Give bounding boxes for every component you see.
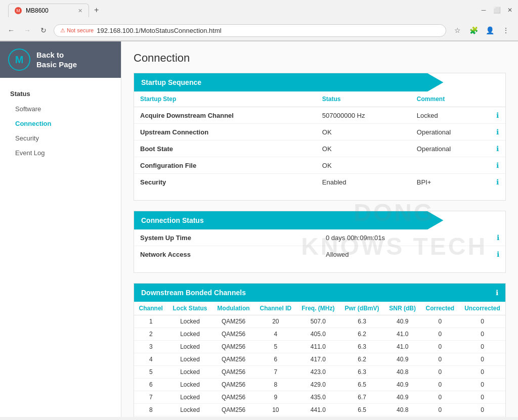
table-row: Boot State OK Operational ℹ [134, 141, 505, 157]
ch-pwr: 6.6 [339, 416, 384, 417]
info-icon[interactable]: ℹ [496, 161, 499, 169]
startup-comment-cell: BPI+ [411, 174, 490, 191]
table-row: 2 Locked QAM256 4 405.0 6.2 41.0 0 0 [134, 328, 505, 341]
sidebar-header[interactable]: M Back to Basic Page [0, 41, 121, 78]
ch-lock: Locked [167, 315, 212, 328]
restore-button[interactable]: ⬜ [493, 6, 501, 14]
ch-mod: QAM256 [212, 416, 255, 417]
startup-step-cell: Security [134, 174, 316, 191]
connection-status-table-body: System Up Time 0 days 00h:09m:01s ℹ Netw… [134, 229, 505, 262]
downstream-table: Channel Lock Status Modulation Channel I… [134, 302, 505, 417]
col-pwr: Pwr (dBmV) [339, 302, 384, 315]
table-row: 4 Locked QAM256 6 417.0 6.2 40.9 0 0 [134, 353, 505, 366]
menu-icon[interactable]: ⋮ [499, 23, 513, 37]
info-icon[interactable]: ℹ [496, 145, 499, 153]
ch-freq: 429.0 [296, 379, 339, 391]
ch-freq: 447.0 [296, 416, 339, 417]
ch-freq: 411.0 [296, 341, 339, 353]
back-button[interactable]: ← [5, 24, 17, 36]
downstream-info-icon[interactable]: ℹ [496, 289, 498, 297]
ch-mod: QAM256 [212, 379, 255, 391]
conn-value-cell: 0 days 00h:09m:01s [320, 229, 490, 246]
ch-pwr: 6.2 [339, 353, 384, 366]
new-tab-button[interactable]: + [89, 3, 104, 17]
title-bar: M MB8600 ✕ + ─ ⬜ ✕ [0, 0, 518, 20]
main-content: DONGKNOWS TECH Connection Startup Sequen… [121, 41, 518, 417]
ch-mod: QAM256 [212, 404, 255, 416]
ch-corr: 0 [421, 315, 459, 328]
page-title: Connection [134, 52, 506, 65]
ch-num: 6 [134, 379, 167, 391]
sidebar-item-software[interactable]: Software [0, 102, 121, 116]
ch-uncorr: 0 [459, 315, 505, 328]
table-row: 3 Locked QAM256 5 411.0 6.3 41.0 0 0 [134, 341, 505, 353]
ch-num: 5 [134, 366, 167, 379]
sidebar-item-eventlog[interactable]: Event Log [0, 146, 121, 160]
col-snr: SNR (dB) [384, 302, 421, 315]
back-label-line1: Back to [36, 51, 64, 59]
sidebar-item-security[interactable]: Security [0, 131, 121, 146]
ch-uncorr: 0 [459, 353, 505, 366]
ch-uncorr: 0 [459, 366, 505, 379]
refresh-button[interactable]: ↻ [37, 24, 50, 36]
ch-corr: 0 [421, 328, 459, 341]
table-row: 9 Locked QAM256 11 447.0 6.6 40.9 0 0 [134, 416, 505, 417]
downstream-header-row: Downstream Bonded Channels ℹ [134, 284, 505, 302]
info-icon[interactable]: ℹ [497, 250, 499, 258]
ch-corr: 0 [421, 366, 459, 379]
profile-icon[interactable]: 👤 [483, 23, 497, 37]
downstream-table-body: 1 Locked QAM256 20 507.0 6.3 40.9 0 0 2 … [134, 315, 505, 417]
connection-status-header: Connection Status [134, 211, 450, 229]
ch-pwr: 6.5 [339, 404, 384, 416]
ch-id: 4 [255, 328, 297, 341]
bookmark-icon[interactable]: ☆ [450, 23, 464, 37]
ch-id: 5 [255, 341, 297, 353]
nav-section-title: Status [0, 88, 121, 102]
active-tab[interactable]: M MB8600 ✕ [8, 4, 89, 17]
ch-num: 1 [134, 315, 167, 328]
ch-lock: Locked [167, 379, 212, 391]
ch-uncorr: 0 [459, 404, 505, 416]
not-secure-label: Not secure [67, 27, 94, 33]
table-row: Upstream Connection OK Operational ℹ [134, 124, 505, 141]
startup-info-cell: ℹ [490, 157, 505, 174]
ch-id: 7 [255, 366, 297, 379]
url-bar[interactable]: ⚠ Not secure 192.168.100.1/MotoStatusCon… [54, 24, 446, 37]
ch-num: 2 [134, 328, 167, 341]
startup-info-cell: ℹ [490, 107, 505, 124]
info-icon[interactable]: ℹ [496, 111, 499, 119]
col-lock-status: Lock Status [167, 302, 212, 315]
ch-corr: 0 [421, 391, 459, 404]
ch-pwr: 6.7 [339, 391, 384, 404]
startup-info-cell: ℹ [490, 141, 505, 157]
sidebar-item-connection[interactable]: Connection [0, 116, 121, 131]
ch-num: 7 [134, 391, 167, 404]
startup-status-cell: Enabled [316, 174, 411, 191]
startup-step-cell: Configuration File [134, 157, 316, 174]
forward-button[interactable]: → [21, 24, 33, 36]
ch-pwr: 6.5 [339, 379, 384, 391]
ch-lock: Locked [167, 328, 212, 341]
info-icon[interactable]: ℹ [496, 178, 499, 186]
info-icon[interactable]: ℹ [497, 234, 499, 242]
ch-freq: 441.0 [296, 404, 339, 416]
tab-close-button[interactable]: ✕ [78, 8, 82, 14]
col-modulation: Modulation [212, 302, 255, 315]
ch-pwr: 6.3 [339, 366, 384, 379]
startup-comment-cell [411, 157, 490, 174]
info-icon[interactable]: ℹ [496, 128, 499, 136]
extensions-icon[interactable]: 🧩 [466, 23, 481, 37]
table-row: Network Access Allowed ℹ [134, 246, 505, 263]
minimize-button[interactable]: ─ [480, 6, 488, 14]
ch-pwr: 6.3 [339, 341, 384, 353]
tab-bar: M MB8600 ✕ + [4, 3, 476, 17]
ch-snr: 40.8 [384, 366, 421, 379]
col-comment: Comment [411, 91, 490, 107]
sidebar: M Back to Basic Page Status Software Con… [0, 41, 121, 417]
conn-label-cell: System Up Time [134, 229, 320, 246]
col-corrected: Corrected [421, 302, 459, 315]
startup-header-label: Startup Sequence [141, 78, 201, 86]
table-row: 1 Locked QAM256 20 507.0 6.3 40.9 0 0 [134, 315, 505, 328]
close-button[interactable]: ✕ [506, 6, 514, 14]
startup-section-header: Startup Sequence [134, 73, 450, 91]
